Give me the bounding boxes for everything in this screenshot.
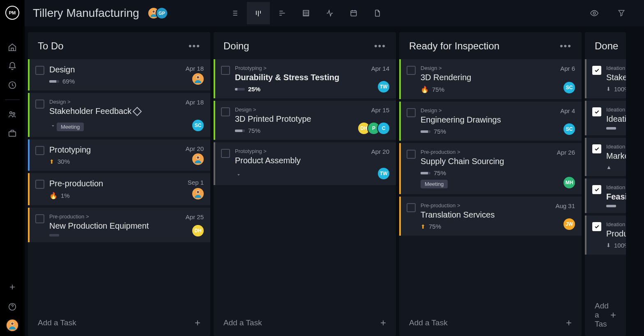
task-checkbox[interactable] <box>592 144 601 153</box>
expand-chevron-icon[interactable] <box>235 171 242 178</box>
svg-point-11 <box>593 12 596 14</box>
task-assignees: JW <box>566 218 576 231</box>
task-parent: Pre-production > <box>421 202 575 209</box>
task-checkbox[interactable] <box>35 100 44 109</box>
assignee-avatar[interactable] <box>191 72 205 86</box>
task-date: Apr 18 <box>186 99 204 106</box>
task-checkbox[interactable] <box>35 146 44 155</box>
task-checkbox[interactable] <box>407 203 416 212</box>
task-progress: 🔥1% <box>49 192 204 199</box>
task-assignees <box>195 153 205 166</box>
task-checkbox[interactable] <box>592 107 601 116</box>
task-card[interactable]: Design >Engineering Drawings75%Apr 4SC <box>399 102 582 141</box>
task-parent: Design > <box>235 107 389 113</box>
view-board[interactable] <box>247 2 270 24</box>
column-menu-icon[interactable]: ••• <box>189 41 200 51</box>
project-members[interactable]: GP <box>147 7 168 19</box>
task-checkbox[interactable] <box>592 66 601 75</box>
help-icon[interactable] <box>5 299 20 315</box>
app-logo[interactable]: PM <box>5 6 19 20</box>
column-title: Doing <box>223 40 249 52</box>
task-card[interactable]: Design >3D Printed Prototype75%Apr 15DHP… <box>214 101 396 140</box>
add-task-button[interactable]: Add a Task+ <box>214 310 396 336</box>
user-avatar[interactable] <box>6 319 19 332</box>
assignee-avatar[interactable]: SC <box>563 81 576 94</box>
task-checkbox[interactable] <box>221 107 230 116</box>
add-task-button[interactable]: Add a Task+ <box>399 310 582 336</box>
task-card[interactable]: Pre-production >New Production Equipment… <box>28 208 210 242</box>
view-files[interactable] <box>366 2 389 24</box>
notifications-icon[interactable] <box>5 58 20 74</box>
task-card[interactable]: IdeationMarke▲ <box>585 138 626 176</box>
kanban-board: To Do•••Design69%Apr 18Design >Stakehold… <box>25 26 644 336</box>
svg-point-1 <box>10 112 12 114</box>
task-card[interactable]: IdeationIdeatio <box>585 101 626 135</box>
task-card[interactable]: Design69%Apr 18 <box>28 59 210 90</box>
add-task-button[interactable]: Add a Task+ <box>28 310 210 336</box>
task-checkbox[interactable] <box>407 150 416 159</box>
task-checkbox[interactable] <box>407 66 416 75</box>
assignee-avatar[interactable]: MH <box>563 176 576 189</box>
column-menu-icon[interactable]: ••• <box>374 41 386 51</box>
view-activity[interactable] <box>318 2 341 24</box>
task-title: Ideatio <box>606 114 619 124</box>
task-checkbox[interactable] <box>221 66 230 75</box>
column-menu-icon[interactable]: ••• <box>560 41 572 51</box>
assignee-avatar[interactable]: DH <box>191 224 205 237</box>
task-date: Apr 25 <box>186 213 204 220</box>
home-icon[interactable] <box>5 39 20 55</box>
task-card[interactable]: Design >Stakeholder Feedback MeetingApr … <box>28 93 210 137</box>
task-card[interactable]: IdeationStakeh⬇100% <box>585 59 626 98</box>
view-calendar[interactable] <box>342 2 365 24</box>
task-card[interactable]: IdeationProdu⬇100% <box>585 216 626 255</box>
task-date: Apr 6 <box>560 65 575 72</box>
priority-up-icon: ⬆ <box>49 158 54 165</box>
assignee-avatar[interactable]: C <box>377 122 390 135</box>
add-icon[interactable] <box>5 279 20 295</box>
add-task-button[interactable]: Add a Tas+ <box>585 294 626 336</box>
task-checkbox[interactable] <box>407 108 416 117</box>
assignee-avatar[interactable]: TW <box>377 80 390 93</box>
task-date: Apr 15 <box>371 107 389 114</box>
assignee-avatar[interactable]: JW <box>563 218 576 231</box>
task-title: Feasib <box>606 192 619 202</box>
view-gantt[interactable] <box>271 2 294 24</box>
assignee-avatar[interactable]: SC <box>563 123 576 136</box>
task-card[interactable]: IdeationFeasib <box>585 178 626 213</box>
member-avatar[interactable]: GP <box>156 7 168 19</box>
task-checkbox[interactable] <box>592 185 601 194</box>
task-card[interactable]: Prototyping⬆30%Apr 20 <box>28 139 210 171</box>
plus-icon: + <box>566 317 572 329</box>
task-checkbox[interactable] <box>592 222 601 231</box>
task-card[interactable]: Design >3D Rendering🔥75%Apr 6SC <box>399 59 582 99</box>
task-card[interactable]: Prototyping >Durability & Stress Testing… <box>214 59 396 98</box>
filter-icon[interactable] <box>614 5 629 21</box>
task-card[interactable]: Pre-production🔥1%Sep 1 <box>28 173 210 205</box>
visibility-icon[interactable] <box>586 5 602 21</box>
task-checkbox[interactable] <box>35 66 44 75</box>
assignee-avatar[interactable] <box>191 187 205 200</box>
task-tag[interactable]: Meeting <box>421 180 448 188</box>
briefcase-icon[interactable] <box>5 125 20 141</box>
task-date: Apr 14 <box>371 65 389 72</box>
project-title[interactable]: Tillery Manufacturing <box>33 7 139 20</box>
assignee-avatar[interactable] <box>191 153 205 166</box>
view-sheet[interactable] <box>294 2 317 24</box>
task-checkbox[interactable] <box>35 180 44 189</box>
team-icon[interactable] <box>5 107 20 122</box>
assignee-avatar[interactable]: SC <box>191 119 205 132</box>
assignee-avatar[interactable]: TW <box>377 167 390 180</box>
task-tag[interactable]: Meeting <box>57 123 84 131</box>
view-list[interactable] <box>223 2 246 24</box>
task-card[interactable]: Pre-production >Supply Chain Sourcing75%… <box>399 143 582 194</box>
expand-chevron-icon[interactable] <box>49 122 57 130</box>
priority-up-icon: ⬆ <box>421 223 426 230</box>
task-checkbox[interactable] <box>35 214 44 223</box>
task-card[interactable]: Prototyping >Product AssemblyApr 20TW <box>214 142 396 185</box>
task-date: Apr 4 <box>560 107 575 114</box>
recent-icon[interactable] <box>5 77 20 93</box>
task-assignees: TW <box>380 80 390 93</box>
plus-icon: + <box>380 317 386 329</box>
task-card[interactable]: Pre-production >Translation Services⬆75%… <box>399 197 582 236</box>
task-checkbox[interactable] <box>221 149 230 158</box>
